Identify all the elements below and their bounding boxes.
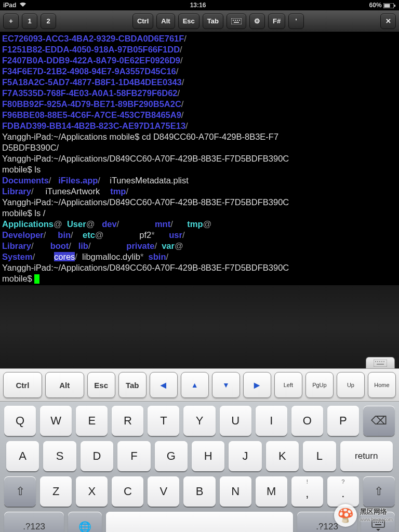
key-p[interactable]: P bbox=[327, 406, 359, 436]
return-key[interactable]: return bbox=[340, 441, 393, 471]
svg-rect-2 bbox=[394, 5, 395, 7]
esc-button[interactable]: Esc bbox=[178, 14, 200, 29]
key-f[interactable]: F bbox=[117, 441, 150, 471]
add-button[interactable]: + bbox=[3, 14, 19, 29]
space-key[interactable] bbox=[106, 512, 293, 532]
key-m[interactable]: M bbox=[256, 476, 287, 507]
session-1-button[interactable]: 1 bbox=[22, 14, 37, 29]
svg-rect-22 bbox=[375, 524, 381, 525]
svg-rect-16 bbox=[372, 520, 384, 527]
key-u[interactable]: U bbox=[220, 406, 251, 436]
backspace-key[interactable]: ⌫ bbox=[363, 406, 395, 436]
svg-rect-17 bbox=[374, 522, 375, 523]
prompt-line: D5BDFB390C/ bbox=[2, 143, 59, 152]
apostrophe-button[interactable]: ' bbox=[288, 14, 304, 29]
key-t[interactable]: T bbox=[148, 406, 179, 436]
tab-key[interactable]: Tab bbox=[118, 372, 147, 398]
home-key[interactable]: Home bbox=[368, 372, 396, 398]
key-a[interactable]: A bbox=[6, 441, 39, 471]
session-2-button[interactable]: 2 bbox=[41, 14, 56, 29]
shift-key-right[interactable]: ⇧ bbox=[363, 476, 395, 507]
key-r[interactable]: R bbox=[112, 406, 143, 436]
key-y[interactable]: Y bbox=[183, 406, 215, 436]
key-k[interactable]: K bbox=[266, 441, 299, 471]
key-x[interactable]: X bbox=[76, 476, 108, 507]
up-key[interactable]: Up bbox=[337, 372, 365, 398]
key-period[interactable]: ?. bbox=[327, 476, 359, 507]
key-i[interactable]: I bbox=[256, 406, 287, 436]
key-e[interactable]: E bbox=[76, 406, 108, 436]
svg-rect-5 bbox=[235, 20, 236, 21]
key-c[interactable]: C bbox=[112, 476, 143, 507]
svg-rect-9 bbox=[374, 360, 387, 367]
key-w[interactable]: W bbox=[40, 406, 72, 436]
svg-rect-15 bbox=[377, 364, 384, 365]
arrow-up-key[interactable]: ▲ bbox=[181, 372, 209, 398]
key-v[interactable]: V bbox=[148, 476, 179, 507]
down-arrow-icon: ▼ bbox=[222, 381, 230, 389]
close-button[interactable]: ✕ bbox=[380, 14, 396, 29]
keyboard-hide-icon bbox=[371, 519, 385, 532]
arrow-left-key[interactable]: ◀ bbox=[150, 372, 178, 398]
uuid-dir: F96BBE08-88E5-4C6F-A7CE-453C7B8465A9 bbox=[2, 110, 181, 119]
key-comma[interactable]: !, bbox=[291, 476, 323, 507]
svg-rect-10 bbox=[375, 361, 376, 362]
uuid-dir: F80BB92F-925A-4D79-BE71-89BF290B5A2C bbox=[2, 99, 181, 109]
svg-rect-3 bbox=[231, 18, 242, 24]
shift-key[interactable]: ⇧ bbox=[4, 476, 36, 507]
number-mode-key[interactable]: .?123 bbox=[4, 512, 64, 532]
hide-keyboard-key[interactable] bbox=[361, 512, 395, 532]
tab-button[interactable]: Tab bbox=[203, 14, 223, 29]
key-o[interactable]: O bbox=[291, 406, 323, 436]
alt-key[interactable]: Alt bbox=[45, 372, 84, 398]
up-arrow-icon: ▲ bbox=[191, 381, 198, 389]
prompt-line: Yanggh-iPad:~/Applications/D849CC60-A70F… bbox=[2, 154, 289, 163]
uuid-dir: F34F6E7D-21B2-4908-94E7-9A3557D45C16 bbox=[2, 66, 176, 76]
uuid-dir: F7A3535D-768F-4E03-A0A1-58FB279F6D62 bbox=[2, 88, 178, 98]
svg-rect-13 bbox=[381, 361, 382, 362]
svg-rect-1 bbox=[384, 4, 390, 7]
svg-rect-19 bbox=[378, 522, 379, 523]
svg-rect-8 bbox=[234, 22, 239, 23]
key-l[interactable]: L bbox=[303, 441, 336, 471]
fsharp-button[interactable]: F# bbox=[268, 14, 285, 29]
number-mode-key-right[interactable]: .?123 bbox=[297, 512, 357, 532]
prompt-line: mobile$ bbox=[2, 274, 34, 283]
globe-key[interactable]: 🌐 bbox=[68, 512, 102, 532]
key-g[interactable]: G bbox=[155, 441, 188, 471]
key-j[interactable]: J bbox=[229, 441, 261, 471]
key-d[interactable]: D bbox=[81, 441, 113, 471]
prompt-line: Yanggh-iPad:~/Applications/D849CC60-A70F… bbox=[2, 263, 289, 272]
uuid-dir: F2407B0A-DDB9-422A-8A79-0E62EF0926D9 bbox=[2, 56, 180, 65]
device-label: iPad bbox=[3, 2, 16, 9]
prompt-line: Yanggh-iPad:~/Applications/D849CC60-A70F… bbox=[2, 197, 289, 207]
key-h[interactable]: H bbox=[192, 441, 224, 471]
ctrl-button[interactable]: Ctrl bbox=[132, 14, 153, 29]
settings-button[interactable]: ⚙ bbox=[249, 14, 265, 29]
key-s[interactable]: S bbox=[43, 441, 76, 471]
svg-rect-11 bbox=[377, 361, 378, 362]
svg-rect-6 bbox=[237, 20, 238, 21]
keyboard-tab[interactable] bbox=[366, 357, 395, 368]
svg-rect-14 bbox=[383, 361, 384, 362]
left-key[interactable]: Left bbox=[274, 372, 302, 398]
svg-rect-7 bbox=[239, 20, 240, 21]
arrow-down-key[interactable]: ▼ bbox=[212, 372, 240, 398]
key-z[interactable]: Z bbox=[40, 476, 72, 507]
prompt-line: mobile$ ls / bbox=[2, 208, 45, 218]
app-toolbar: + 1 2 Ctrl Alt Esc Tab ⚙ F# ' ✕ bbox=[0, 10, 399, 32]
alt-button[interactable]: Alt bbox=[156, 14, 175, 29]
uuid-dir: FDBAD399-BB14-4B2B-823C-AE97D1A75E13 bbox=[2, 121, 185, 130]
right-arrow-icon: ▶ bbox=[254, 381, 260, 389]
pgup-key[interactable]: PgUp bbox=[305, 372, 334, 398]
keyboard-icon-button[interactable] bbox=[227, 14, 246, 29]
terminal-output[interactable]: EC726093-ACC3-4BA2-9329-CBDA0D6E761F/ F1… bbox=[0, 32, 399, 285]
ctrl-key[interactable]: Ctrl bbox=[3, 372, 42, 398]
key-b[interactable]: B bbox=[183, 476, 215, 507]
terminal-cursor bbox=[34, 274, 39, 284]
empty-area bbox=[0, 285, 399, 368]
key-q[interactable]: Q bbox=[4, 406, 36, 436]
arrow-right-key[interactable]: ▶ bbox=[243, 372, 271, 398]
key-n[interactable]: N bbox=[220, 476, 251, 507]
esc-key[interactable]: Esc bbox=[87, 372, 115, 398]
